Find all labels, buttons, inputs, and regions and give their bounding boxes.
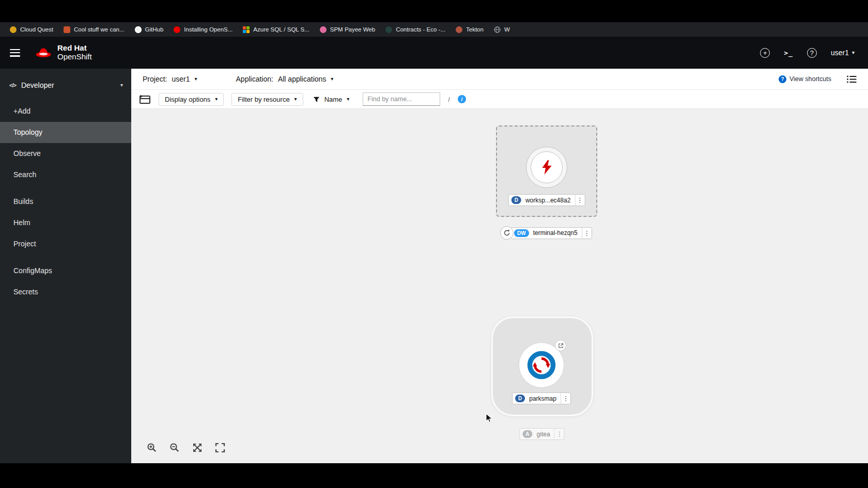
kebab-menu-icon[interactable]: ⋮ bbox=[554, 429, 564, 439]
sidebar-item-search[interactable]: Search bbox=[0, 164, 131, 185]
bookmark-favicon bbox=[320, 26, 327, 33]
sidebar-divider bbox=[0, 185, 131, 191]
bookmark-label: SPM Payee Web bbox=[330, 26, 375, 33]
kebab-menu-icon[interactable]: ⋮ bbox=[561, 393, 570, 404]
perspective-label: Developer bbox=[21, 81, 54, 89]
filter-by-resource-label: Filter by resource bbox=[238, 96, 289, 103]
application-dropdown[interactable]: Application: All applications ▾ bbox=[236, 75, 334, 83]
project-dropdown[interactable]: Project: user1 ▾ bbox=[143, 75, 197, 83]
application-label: Application: bbox=[236, 75, 273, 83]
parksmap-node-label[interactable]: D parksmap ⋮ bbox=[512, 392, 571, 404]
context-bar: Project: user1 ▾ Application: All applic… bbox=[131, 69, 868, 90]
bookmark-item[interactable]: Tekton bbox=[451, 25, 488, 35]
topology-canvas[interactable]: D worksp...ec48a2 ⋮ DW terminal-hezqn5 ⋮ bbox=[131, 109, 868, 463]
canvas-controls bbox=[144, 440, 228, 455]
sidebar-item-topology[interactable]: Topology bbox=[0, 122, 131, 143]
user-menu[interactable]: user1 ▾ bbox=[831, 49, 855, 57]
bookmark-label: Azure SQL / SQL S... bbox=[253, 26, 309, 33]
bookmark-item[interactable]: Installing OpenS... bbox=[169, 25, 237, 35]
bookmark-favicon bbox=[385, 26, 392, 33]
bookmark-item[interactable]: SPM Payee Web bbox=[315, 25, 380, 35]
workspace-node-label[interactable]: D worksp...ec48a2 ⋮ bbox=[508, 194, 585, 206]
deployment-badge: D bbox=[515, 395, 525, 402]
export-application-icon[interactable] bbox=[138, 95, 151, 104]
terminal-node-label[interactable]: DW terminal-hezqn5 ⋮ bbox=[511, 227, 592, 239]
kebab-menu-icon[interactable]: ⋮ bbox=[575, 195, 584, 206]
bookmark-item[interactable]: Contracts - Eco -... bbox=[381, 25, 450, 35]
project-value: user1 bbox=[172, 75, 190, 83]
kebab-menu-icon[interactable]: ⋮ bbox=[582, 228, 592, 239]
devworkspace-badge: DW bbox=[514, 229, 529, 237]
plus-glyph: + bbox=[763, 50, 767, 56]
external-link-decorator[interactable] bbox=[555, 340, 566, 351]
web-terminal-icon[interactable]: >_ bbox=[784, 49, 793, 57]
bookmark-label: Tekton bbox=[466, 26, 484, 33]
sidebar-item-secrets[interactable]: Secrets bbox=[0, 281, 131, 303]
brand-name-bottom: OpenShift bbox=[57, 53, 92, 61]
perspective-switcher[interactable]: </> Developer ▾ bbox=[9, 75, 123, 96]
bookmark-label: Installing OpenS... bbox=[184, 26, 233, 33]
view-shortcuts-button[interactable]: ? View shortcuts bbox=[779, 75, 831, 83]
application-badge: A bbox=[522, 430, 532, 438]
chevron-down-icon: ▾ bbox=[195, 76, 197, 82]
gitea-node-label[interactable]: A gitea ⋮ bbox=[519, 428, 564, 440]
funnel-icon bbox=[313, 96, 320, 103]
bookmark-item[interactable]: Cool stuff we can... bbox=[59, 25, 129, 35]
fit-to-screen-button[interactable] bbox=[190, 440, 205, 455]
bookmark-item[interactable]: W bbox=[489, 25, 515, 35]
bookmark-item[interactable]: Azure SQL / SQL S... bbox=[238, 25, 314, 35]
hamburger-menu-icon[interactable] bbox=[10, 49, 20, 57]
fullscreen-button[interactable] bbox=[212, 440, 228, 455]
bookmark-label: W bbox=[504, 26, 510, 33]
lightning-bolt-icon bbox=[540, 160, 553, 175]
bookmark-item[interactable]: GitHub bbox=[130, 25, 168, 35]
red-hat-logo-icon bbox=[35, 46, 52, 59]
workspace-node[interactable] bbox=[526, 147, 567, 188]
zoom-in-button[interactable] bbox=[144, 440, 160, 455]
masthead: Red Hat OpenShift + >_ ? user1 ▾ bbox=[0, 37, 868, 69]
name-filter-dropdown[interactable]: Name ▾ bbox=[311, 93, 355, 105]
sidebar: </> Developer ▾ +Add Topology Observe Se… bbox=[0, 69, 131, 463]
sidebar-item-helm[interactable]: Helm bbox=[0, 212, 131, 233]
list-view-toggle-icon[interactable] bbox=[847, 75, 857, 83]
display-options-dropdown[interactable]: Display options ▾ bbox=[159, 93, 224, 106]
chevron-down-icon: ▾ bbox=[295, 97, 297, 102]
project-label: Project: bbox=[143, 75, 167, 83]
bookmark-label: Cool stuff we can... bbox=[74, 26, 125, 33]
sidebar-item-builds[interactable]: Builds bbox=[0, 191, 131, 212]
sidebar-item-observe[interactable]: Observe bbox=[0, 143, 131, 164]
openshift-favicon bbox=[174, 26, 180, 33]
user-name: user1 bbox=[831, 49, 849, 57]
brand-logo[interactable]: Red Hat OpenShift bbox=[35, 44, 92, 61]
chevron-down-icon: ▾ bbox=[852, 50, 855, 55]
info-icon[interactable]: i bbox=[458, 95, 466, 103]
bookmark-item[interactable]: Cloud Quest bbox=[5, 25, 58, 35]
help-icon[interactable]: ? bbox=[807, 48, 817, 58]
zoom-out-button[interactable] bbox=[167, 440, 182, 455]
bookmark-favicon bbox=[10, 26, 17, 33]
main-content: Project: user1 ▾ Application: All applic… bbox=[131, 69, 868, 463]
bookmark-label: GitHub bbox=[145, 26, 164, 33]
context-bar-right: ? View shortcuts bbox=[779, 75, 857, 83]
question-circle-icon: ? bbox=[779, 75, 786, 83]
github-icon bbox=[135, 26, 142, 33]
find-by-name-input[interactable] bbox=[363, 92, 440, 106]
gitea-node-name: gitea bbox=[533, 431, 554, 438]
quick-create-icon[interactable]: + bbox=[760, 48, 770, 58]
sidebar-item-project[interactable]: Project bbox=[0, 233, 131, 255]
chevron-down-icon: ▾ bbox=[347, 97, 349, 102]
workspace-node-inner bbox=[531, 151, 563, 183]
bookmark-label: Contracts - Eco -... bbox=[396, 26, 445, 33]
sidebar-item-configmaps[interactable]: ConfigMaps bbox=[0, 260, 131, 281]
masthead-toolbar: + >_ ? user1 ▾ bbox=[760, 48, 855, 58]
developer-code-icon: </> bbox=[9, 82, 16, 88]
deployment-badge: D bbox=[512, 196, 521, 204]
sidebar-item-add[interactable]: +Add bbox=[0, 101, 131, 122]
chevron-down-icon: ▾ bbox=[331, 76, 333, 82]
application-value: All applications bbox=[278, 75, 326, 83]
filter-by-resource-dropdown[interactable]: Filter by resource ▾ bbox=[231, 93, 303, 106]
terminal-node-name: terminal-hezqn5 bbox=[529, 229, 582, 237]
screen: Cloud Quest Cool stuff we can... GitHub … bbox=[0, 0, 868, 488]
parksmap-icon bbox=[526, 350, 557, 381]
terminal-decorator-icon[interactable] bbox=[500, 226, 514, 240]
